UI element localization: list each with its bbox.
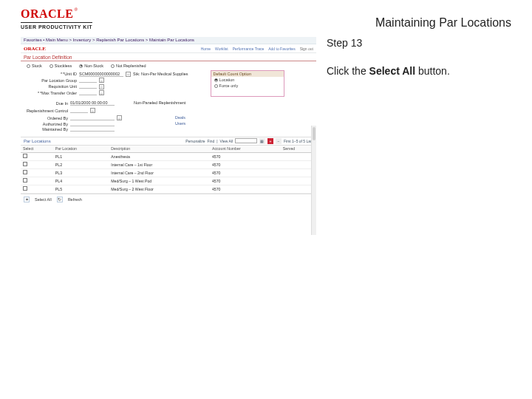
refresh-button[interactable]: Refresh (66, 197, 84, 203)
group-title: Default Count Option (211, 71, 284, 77)
lookup-icon[interactable]: ⌕ (99, 78, 104, 83)
authby-field[interactable] (70, 122, 115, 126)
count-option-group: Default Count Option Location Force only (211, 70, 284, 97)
table-row[interactable]: PL5Med/Surg – 2 West Floor4570 (21, 185, 316, 193)
unit-id-label: *Unit ID (34, 72, 77, 76)
link-perf-trace[interactable]: Performance Trace (233, 47, 265, 51)
radio-stockless[interactable]: Stockless (50, 64, 72, 68)
row-checkbox[interactable] (23, 170, 27, 174)
row-checkbox[interactable] (23, 178, 27, 183)
brand-logo: ORACLE® USER PRODUCTIVITY KIT (21, 7, 92, 30)
step-description: Click the Select All button. (327, 65, 511, 77)
replctrl-field[interactable] (70, 109, 88, 113)
lookup-icon[interactable]: ⌕ (90, 108, 95, 113)
duein-label: Due In (25, 101, 68, 106)
radio-location[interactable]: Location (211, 77, 284, 83)
maintby-field[interactable] (70, 127, 115, 132)
table-row[interactable]: PL4Med/Surg – 1 West Pod4570 (21, 177, 316, 185)
max-transfer-label: *Max Transfer Order (34, 91, 77, 95)
page-title: Maintaining Par Locations (375, 16, 511, 30)
lookup-icon[interactable]: ⌕ (99, 84, 104, 89)
req-unit-field[interactable] (79, 84, 97, 89)
col-parloc: Par Location (53, 146, 109, 153)
logo-subtitle: USER PRODUCTIVITY KIT (21, 22, 92, 30)
find-link[interactable]: Find (208, 139, 215, 143)
logo-trademark: ® (74, 7, 77, 12)
instruction-panel: Step 13 Click the Select All button. (327, 37, 511, 273)
step-label: Step 13 (327, 37, 511, 49)
row-checkbox[interactable] (23, 154, 27, 158)
deals-link[interactable]: Deals (175, 115, 185, 120)
unit-id-field[interactable]: SCM00000000000002 (79, 72, 123, 77)
wizard-icon[interactable]: ✶ (24, 197, 30, 202)
orderedby-label: Ordered By (25, 116, 68, 120)
link-favorites[interactable]: Add to Favorites (268, 47, 295, 51)
link-signout[interactable]: Sign out (300, 47, 313, 51)
lookup-icon[interactable]: ⌕ (99, 90, 104, 95)
breadcrumb: Favorites • Main Menu > Inventory > Repl… (21, 37, 316, 44)
table-row[interactable]: PL2Internal Care – 1st Floor4570 (21, 160, 316, 168)
link-home[interactable]: Home (201, 47, 211, 51)
app-screenshot: Favorites • Main Menu > Inventory > Repl… (21, 37, 316, 273)
orderedby-field[interactable] (70, 116, 115, 120)
unit-side-text: Stk: Non-Par Medical Supplies (133, 72, 188, 76)
par-locations-table: Select Par Location Description Account … (21, 146, 316, 194)
section-title: Par Location Definition (21, 53, 316, 61)
grid-del-icon[interactable]: − (276, 138, 282, 144)
select-all-button[interactable]: Select All (33, 197, 54, 203)
par-group-label: Par Location Group (34, 78, 77, 83)
duein-field[interactable]: 01/01/2000 00:00:00 (70, 100, 115, 106)
lookup-icon[interactable]: ⌕ (117, 115, 122, 120)
table-row[interactable]: PL1Anesthesia4570 (21, 152, 316, 160)
req-unit-label: Requisition Unit (34, 84, 77, 89)
radio-force-only[interactable]: Force only (211, 83, 284, 89)
app-logo: ORACLE (24, 46, 46, 52)
authby-label: Authorized By (25, 122, 68, 126)
table-row[interactable]: PL3Internal Care – 2nd Floor4570 (21, 168, 316, 177)
lookup-icon[interactable]: ⌕ (126, 72, 131, 77)
grid-tool-icon[interactable]: ▦ (259, 138, 265, 144)
par-group-field[interactable] (79, 78, 97, 83)
link-worklist[interactable]: Worklist (215, 47, 228, 51)
grid-search-input[interactable] (235, 138, 257, 143)
users-link[interactable]: Users (175, 121, 185, 126)
viewall-link[interactable]: View All (220, 139, 233, 143)
nonpaneled-label: Non-Paneled Replenishment (134, 100, 185, 105)
radio-stock[interactable]: Stock (27, 64, 42, 68)
replctrl-label: Replenishment Control (25, 109, 68, 113)
max-transfer-field[interactable] (79, 91, 97, 95)
radio-notreplenished[interactable]: Not Replenished (111, 64, 146, 68)
maintby-label: Maintained By (25, 127, 68, 132)
personalize-link[interactable]: Personalize (185, 139, 205, 143)
grid-add-icon[interactable]: + (267, 138, 273, 144)
par-locations-title: Par Locations (24, 139, 51, 143)
vertical-scrollbar[interactable] (311, 126, 316, 235)
definition-radios: Stock Stockless Non-Stock Not Replenishe… (21, 61, 316, 69)
col-desc: Description (109, 146, 210, 153)
col-acct: Account Number (210, 146, 281, 153)
grid-nav[interactable]: First 1–5 of 5 Last (284, 139, 313, 143)
col-select: Select (21, 146, 53, 153)
radio-nonstock[interactable]: Non-Stock (79, 64, 103, 68)
logo-oracle-text: ORACLE (21, 7, 73, 20)
header-links: Home Worklist Performance Trace Add to F… (201, 47, 313, 51)
row-checkbox[interactable] (23, 162, 27, 166)
row-checkbox[interactable] (23, 186, 27, 191)
refresh-icon[interactable]: ↻ (57, 197, 63, 202)
